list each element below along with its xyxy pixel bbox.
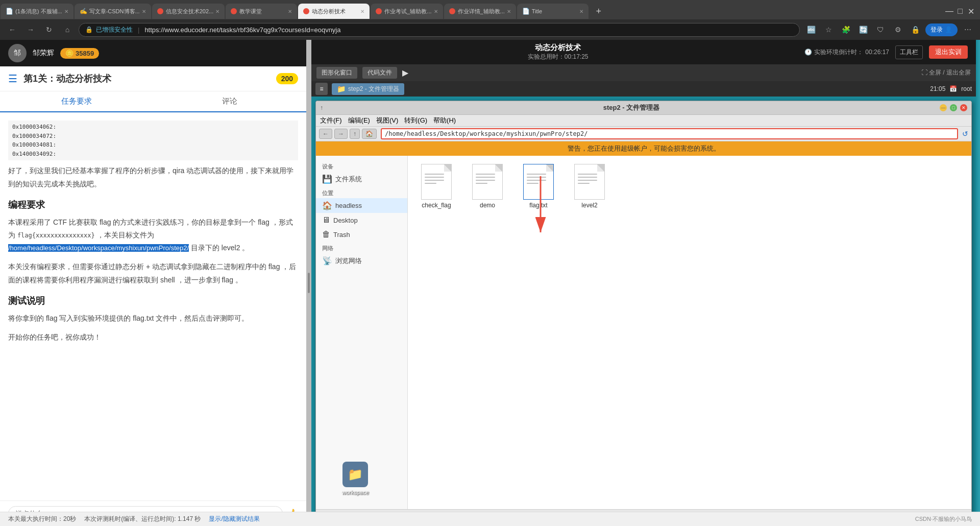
workspace-desktop-icon[interactable]: 📁 workspace (342, 462, 369, 495)
graph-window-button[interactable]: 图形化窗口 (316, 67, 357, 79)
tab-4[interactable]: 动态分析技术 ✕ (298, 4, 370, 19)
file-flag-txt[interactable]: flag.txt (518, 164, 559, 209)
fm-menu-view[interactable]: 视图(V) (376, 116, 398, 125)
tab-7[interactable]: 📄 Title ✕ (517, 4, 589, 19)
taskbar-menu-icon[interactable]: ≡ (315, 83, 328, 95)
tab-favicon-7: 📄 (522, 8, 529, 15)
tab-3[interactable]: 教学课堂 ✕ (226, 4, 297, 19)
file-level2[interactable]: level2 (569, 164, 610, 209)
fm-home-nav-button[interactable]: 🏠 (362, 129, 377, 139)
file-check_flag[interactable]: check_flag (416, 164, 457, 209)
maximize-button[interactable]: □ (956, 7, 964, 15)
translate-icon[interactable]: 🔤 (804, 22, 818, 37)
tab-close-3[interactable]: ✕ (288, 9, 292, 14)
fm-forward-button[interactable]: → (334, 129, 348, 139)
exit-button[interactable]: 退出实训 (929, 45, 968, 59)
devices-section-label: 设备 (316, 160, 407, 172)
file-line-1 (578, 174, 597, 175)
vm-taskbar: ≡ 📁 step2 - 文件管理器 21:05 📅 root (311, 81, 976, 97)
filesystem-icon: 💾 (322, 174, 332, 184)
tab-close-4[interactable]: ✕ (360, 9, 364, 14)
fm-back-button[interactable]: ← (319, 129, 332, 139)
back-button[interactable]: ← (5, 22, 19, 37)
lock-icon[interactable]: 🔒 (908, 22, 922, 37)
tab-requirements[interactable]: 任务要求 (0, 91, 153, 112)
coin-icon: 🪙 (65, 50, 74, 57)
file-line-3 (578, 180, 597, 181)
sidebar-item-trash[interactable]: 🗑 Trash (316, 227, 407, 242)
taskbar-file-manager[interactable]: 📁 step2 - 文件管理器 (332, 83, 404, 95)
sidebar-item-browse-network[interactable]: 📡 浏览网络 (316, 253, 407, 268)
tab-5[interactable]: 作业考试_辅助教... ✕ (371, 4, 443, 19)
filesystem-label: 文件系统 (335, 175, 362, 184)
close-window-button[interactable]: ✕ (967, 7, 975, 15)
fm-minimize-button[interactable]: — (940, 104, 947, 111)
fm-menu-goto[interactable]: 转到(G) (404, 116, 427, 125)
tab-close-7[interactable]: ✕ (579, 9, 583, 14)
vm-timer: 🕐 实验环境倒计时： 00:26:17 (804, 48, 889, 57)
fm-close-button[interactable]: ✕ (960, 104, 967, 111)
tab-1[interactable]: ✍ 写文章-CSDN博客... ✕ (75, 4, 151, 19)
fm-menu-help[interactable]: 帮助(H) (433, 116, 456, 125)
tab-comments[interactable]: 评论 (153, 91, 306, 111)
toolbar-button[interactable]: 工具栏 (895, 45, 923, 59)
file-lines (578, 174, 597, 186)
address-bar: ← → ↻ ⌂ 🔒 已增强安全性 | https://www.educoder.… (0, 19, 980, 40)
file-demo[interactable]: demo (467, 164, 508, 209)
tab-2[interactable]: 信息安全技术202... ✕ (152, 4, 225, 19)
fullscreen-label[interactable]: ⛶ 全屏 / 退出全屏 (921, 68, 971, 77)
fm-refresh-button[interactable]: ↺ (962, 130, 968, 138)
shield-icon[interactable]: 🛡 (873, 22, 888, 37)
new-tab-button[interactable]: + (591, 4, 606, 19)
sync-icon[interactable]: 🔄 (856, 22, 870, 37)
star-icon[interactable]: ☆ (821, 22, 836, 37)
address-input[interactable]: 🔒 已增强安全性 | https://www.educoder.net/task… (79, 23, 800, 37)
panel-splitter[interactable] (306, 40, 311, 526)
code-line-0: 0x1000034062: (12, 123, 294, 132)
tab-close-1[interactable]: ✕ (142, 9, 146, 14)
fm-menu-bar: 文件(F) 编辑(E) 视图(V) 转到(G) 帮助(H) (316, 115, 971, 127)
menu-button[interactable]: ⋯ (961, 22, 975, 37)
refresh-button[interactable]: ↻ (42, 22, 56, 37)
tab-close-0[interactable]: ✕ (64, 9, 68, 14)
menu-icon[interactable]: ☰ (8, 73, 17, 85)
fm-maximize-button[interactable]: □ (950, 104, 957, 111)
sidebar-item-filesystem[interactable]: 💾 文件系统 (316, 172, 407, 186)
fm-address-bar[interactable]: /home/headless/Desktop/workspace/myshixu… (381, 128, 958, 139)
fm-menu-file[interactable]: 文件(F) (320, 116, 342, 125)
fm-up-button[interactable]: ↑ (350, 129, 360, 139)
para2-part2: ，本关目标文件为 (97, 231, 154, 239)
tab-0[interactable]: 📄 (1条消息) 不服辅... ✕ (1, 4, 74, 19)
login-button[interactable]: 登录 👤 (925, 23, 958, 36)
right-panel: 动态分析技术 实验总用时：00:17:25 🕐 实验环境倒计时： 00:26:1… (311, 40, 976, 526)
flag-format: flag{xxxxxxxxxxxxxxx} (17, 232, 95, 239)
fm-menu-edit[interactable]: 编辑(E) (348, 116, 370, 125)
file-line-4 (527, 183, 538, 184)
username: 邹荣辉 (33, 49, 54, 58)
file-lines (527, 174, 546, 186)
sidebar-item-headless[interactable]: 🏠 headless (316, 198, 407, 213)
code-file-button[interactable]: 代码文件 (362, 67, 397, 79)
file-line-4 (425, 183, 436, 184)
taskbar-app-label: step2 - 文件管理器 (348, 85, 399, 93)
file-line-1 (476, 174, 495, 175)
prog-req-title: 编程要求 (8, 199, 298, 211)
workspace-label: workspace (342, 489, 369, 495)
tab-close-6[interactable]: ✕ (507, 9, 511, 14)
home-button[interactable]: ⌂ (60, 22, 75, 37)
coin-amount: 35859 (76, 50, 94, 57)
sidebar-item-desktop[interactable]: 🖥 Desktop (316, 213, 407, 227)
vm-title-group: 动态分析技术 实验总用时：00:17:25 (320, 43, 796, 61)
file-line-2 (425, 177, 444, 178)
demo-name: demo (480, 202, 495, 209)
tab-close-2[interactable]: ✕ (215, 9, 219, 14)
tab-6[interactable]: 作业详情_辅助教... ✕ (444, 4, 516, 19)
forward-button[interactable]: → (23, 22, 38, 37)
fm-window-title: step2 - 文件管理器 (323, 103, 940, 112)
minimize-button[interactable]: — (945, 7, 953, 15)
extension-icon[interactable]: 🧩 (839, 22, 853, 37)
tab-close-5[interactable]: ✕ (434, 9, 438, 14)
play-button[interactable]: ▶ (402, 68, 408, 78)
file-manager-window: ↑ step2 - 文件管理器 — □ ✕ 文件(F) 编辑(E) 视图(V) … (315, 101, 972, 522)
settings-icon[interactable]: ⚙ (891, 22, 905, 37)
